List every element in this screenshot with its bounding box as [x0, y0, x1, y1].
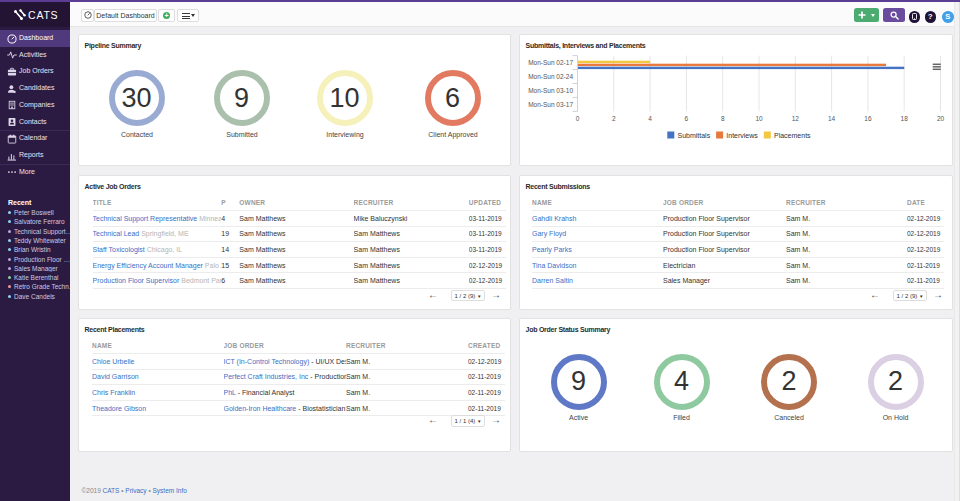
svg-text:14: 14 [828, 115, 836, 122]
svg-text:8: 8 [721, 115, 725, 122]
svg-text:Mon-Sun 02-17: Mon-Sun 02-17 [528, 59, 573, 66]
svg-text:10: 10 [755, 115, 763, 122]
svg-text:6: 6 [685, 115, 689, 122]
svg-text:20: 20 [937, 115, 945, 122]
svg-text:Submittals: Submittals [678, 132, 711, 139]
svg-text:12: 12 [792, 115, 800, 122]
svg-text:Mon-Sun 03-17: Mon-Sun 03-17 [528, 101, 573, 108]
svg-text:0: 0 [576, 115, 580, 122]
svg-text:16: 16 [864, 115, 872, 122]
svg-text:18: 18 [901, 115, 909, 122]
svg-text:Mon-Sun 03-10: Mon-Sun 03-10 [528, 87, 573, 94]
svg-text:Interviews: Interviews [726, 132, 758, 139]
svg-text:2: 2 [612, 115, 616, 122]
svg-text:Mon-Sun 02-24: Mon-Sun 02-24 [528, 73, 573, 80]
svg-text:CATS: CATS [28, 9, 58, 21]
svg-text:Placements: Placements [774, 132, 811, 139]
svg-text:4: 4 [648, 115, 652, 122]
